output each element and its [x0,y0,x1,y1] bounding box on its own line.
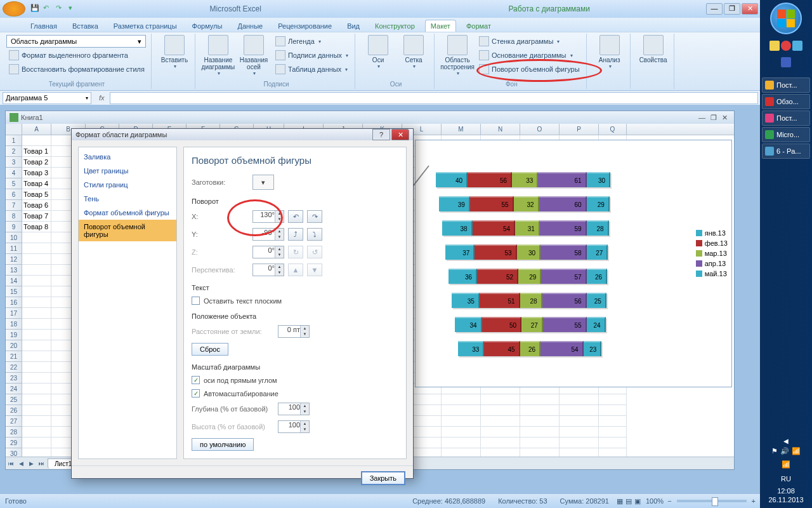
row-header[interactable]: 17 [6,308,22,319]
row-header[interactable]: 1 [6,135,22,146]
row-header[interactable]: 22 [6,362,22,373]
tray-signal-icon[interactable]: 📶 [782,460,790,469]
row-header[interactable]: 9 [6,222,22,232]
select-all-corner[interactable] [6,124,22,135]
x-rotate-right[interactable]: ↷ [307,210,322,223]
tab-view[interactable]: Вид [342,20,365,32]
start-button[interactable] [770,3,802,34]
tray-volume-icon[interactable]: 🔊 [780,447,789,455]
chart-floor-button[interactable]: Основание диаграммы [476,49,582,62]
cell[interactable]: Товар 4 [22,178,51,189]
cell[interactable] [22,448,51,457]
presets-dropdown[interactable]: ▾ [252,175,274,190]
cell[interactable] [22,330,51,340]
spinner-up[interactable]: ▲ [275,211,284,217]
view-layout-icon[interactable]: ▤ [625,497,632,505]
sheet-nav-first[interactable]: ⏮ [6,460,16,467]
cell[interactable]: Товар 5 [22,189,51,200]
cell[interactable] [22,308,51,319]
cell[interactable] [560,448,599,457]
minimize-button[interactable]: — [706,3,723,15]
ql-icon-3[interactable] [792,41,802,51]
cell[interactable] [22,394,51,405]
qat-customize-icon[interactable]: ▾ [69,4,79,14]
spinner-down[interactable]: ▼ [275,217,284,222]
cell[interactable] [22,243,51,254]
row-header[interactable]: 11 [6,243,22,254]
row-header[interactable]: 7 [6,200,22,211]
col-header-O[interactable]: O [520,124,560,135]
row-header[interactable]: 23 [6,373,22,384]
row-header[interactable]: 24 [6,384,22,394]
name-box[interactable]: Диаграмма 5▾ [3,92,91,104]
cell[interactable] [481,448,520,457]
row-header[interactable]: 12 [6,254,22,265]
chart-object[interactable]: 4056336130395532602938543159283753305827… [415,140,732,387]
cell[interactable] [22,297,51,308]
wb-maximize[interactable]: ❐ [708,114,719,122]
reset-button[interactable]: Сброс [192,343,228,356]
taskbar-item[interactable]: Пост... [762,110,810,126]
qat-redo-icon[interactable]: ↷ [56,4,66,14]
cell[interactable] [442,427,481,438]
row-header[interactable]: 8 [6,211,22,222]
insert-button[interactable]: Вставить [158,35,191,69]
tab-formulas[interactable]: Формулы [187,20,228,32]
cell[interactable] [442,416,481,427]
cell[interactable] [22,373,51,384]
zoom-in[interactable]: + [752,497,756,505]
zoom-out[interactable]: − [667,497,671,505]
chart-title-button[interactable]: Название диаграммы [202,35,235,76]
nav-shadow[interactable]: Тень [79,192,176,206]
cell[interactable] [22,340,51,351]
row-header[interactable]: 26 [6,405,22,416]
qat-save-icon[interactable]: 💾 [30,4,41,14]
cell[interactable] [22,438,51,448]
language-indicator[interactable]: RU [778,474,794,484]
row-header[interactable]: 27 [6,416,22,427]
chart-element-selector[interactable]: Область диаграммы▾ [6,35,146,48]
sheet-nav-next[interactable]: ▶ [26,460,36,467]
plot-area-button[interactable]: Область построения [441,35,474,76]
cell[interactable] [520,448,560,457]
cell[interactable] [22,405,51,416]
format-selection-button[interactable]: Формат выделенного фрагмента [6,49,131,62]
cell[interactable] [22,351,51,362]
autoscale-checkbox[interactable]: ✓ [192,389,200,398]
cell[interactable] [22,254,51,265]
tab-design[interactable]: Конструктор [370,20,420,32]
cell[interactable] [520,394,560,405]
row-header[interactable]: 13 [6,265,22,276]
y-rotation-input[interactable]: -90°▲▼ [252,228,284,241]
row-header[interactable]: 15 [6,286,22,297]
wb-close[interactable]: ✕ [719,114,730,122]
cell[interactable] [599,427,627,438]
nav-border-styles[interactable]: Стили границ [79,178,176,192]
status-zoom[interactable]: 100% [646,497,664,505]
cell[interactable] [22,265,51,276]
depth-input[interactable]: 100▲▼ [278,403,310,415]
chart-wall-button[interactable]: Стенка диаграммы [476,35,582,48]
formula-input[interactable] [110,92,758,104]
row-header[interactable]: 30 [6,448,22,457]
cell[interactable] [481,416,520,427]
cell[interactable] [481,405,520,416]
nav-border-color[interactable]: Цвет границы [79,164,176,178]
tab-review[interactable]: Рецензирование [273,20,337,32]
fx-label[interactable]: fx [94,94,110,102]
row-header[interactable]: 21 [6,351,22,362]
cell[interactable] [22,427,51,438]
cell[interactable] [22,416,51,427]
cell[interactable] [560,427,599,438]
cell[interactable] [599,416,627,427]
row-header[interactable]: 14 [6,276,22,286]
x-rotate-left[interactable]: ↶ [288,210,303,223]
tab-page-layout[interactable]: Разметка страницы [108,20,182,32]
cell[interactable] [442,394,481,405]
cell[interactable] [560,438,599,448]
close-button[interactable]: ✕ [742,3,758,15]
sheet-nav-prev[interactable]: ◀ [16,460,26,467]
legend-button[interactable]: Легенда [273,35,351,48]
cell[interactable]: Товар 3 [22,168,51,178]
row-header[interactable]: 29 [6,438,22,448]
